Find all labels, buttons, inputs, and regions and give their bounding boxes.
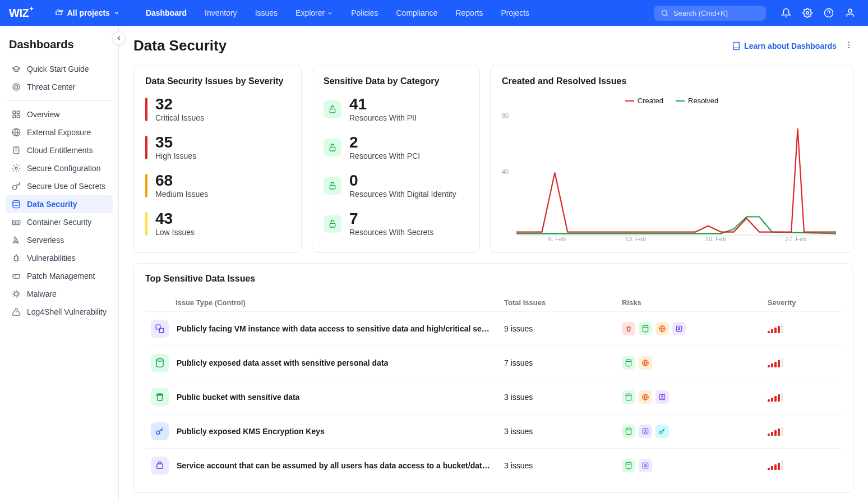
sidebar-item-secure-use-of-secrets[interactable]: Secure Use of Secrets: [6, 177, 113, 195]
severity-row[interactable]: 43Low Issues: [145, 211, 290, 237]
severity-row[interactable]: 68Medium Issues: [145, 173, 290, 199]
help-icon[interactable]: [820, 4, 838, 22]
sidebar-item-data-security[interactable]: Data Security: [6, 195, 113, 213]
severity-bar: [145, 98, 147, 121]
svg-point-44: [678, 328, 680, 329]
issues-table-card: Top Sensitive Data Issues Issue Type (Co…: [133, 263, 853, 493]
category-row[interactable]: 7Resources With Secrets: [324, 211, 468, 237]
card-title: Sensitive Data by Category: [324, 76, 468, 86]
topnav-item-projects[interactable]: Projects: [493, 5, 537, 21]
severity-bars: [768, 358, 836, 367]
category-count: 41: [349, 96, 417, 112]
risk-badge-globe: [655, 322, 669, 335]
data-icon: [11, 199, 21, 209]
topnav-item-reports[interactable]: Reports: [447, 5, 491, 21]
table-row[interactable]: Public bucket with sensitive data3 issue…: [145, 380, 842, 414]
svg-point-17: [13, 200, 20, 202]
topnav-item-inventory[interactable]: Inventory: [197, 5, 245, 21]
sidebar-item-external-exposure[interactable]: External Exposure: [6, 123, 113, 141]
topnav-item-dashboard[interactable]: Dashboard: [138, 5, 195, 21]
settings-icon[interactable]: [798, 4, 816, 22]
main-content: Data Security Learn about Dashboards Dat…: [119, 26, 868, 502]
risk-badge-id: [672, 322, 686, 335]
svg-point-50: [626, 394, 631, 396]
risk-badge-data: [622, 459, 635, 472]
sidebar-item-vulnerabilities[interactable]: Vulnerabilities: [6, 249, 113, 267]
severity-bars: [768, 461, 836, 470]
topnav-item-policies[interactable]: Policies: [343, 5, 386, 21]
sidebar-item-malware[interactable]: Malware: [6, 285, 113, 303]
sidebar-item-serverless[interactable]: Serverless: [6, 231, 113, 249]
svg-rect-33: [330, 147, 335, 151]
y-tick: 80: [502, 112, 509, 119]
svg-point-31: [848, 47, 849, 48]
folders-icon: [55, 8, 64, 17]
risk-badge-data: [622, 356, 635, 370]
grad-icon: [11, 64, 21, 74]
sidebar-item-threat-center[interactable]: Threat Center: [6, 78, 113, 96]
sidebar-item-secure-configuration[interactable]: Secure Configuration: [6, 159, 113, 177]
sidebar-item-quick-start-guide[interactable]: Quick Start Guide: [6, 60, 113, 78]
sidebar-item-overview[interactable]: Overview: [6, 105, 113, 123]
page-header: Data Security Learn about Dashboards: [133, 37, 853, 54]
severity-label: Low Issues: [155, 228, 195, 237]
severity-bar: [145, 136, 147, 159]
learn-link[interactable]: Learn about Dashboards: [732, 42, 837, 50]
line-chart: [516, 113, 836, 236]
project-selector[interactable]: All projects: [48, 5, 127, 21]
search-input[interactable]: Search (Cmd+K): [654, 6, 766, 21]
gear-icon: [11, 163, 21, 173]
risk-badges: [622, 459, 768, 472]
table-row[interactable]: Publicly exposed KMS Encryption Keys3 is…: [145, 414, 842, 448]
sidebar: Dashboards Quick Start GuideThreat Cente…: [0, 26, 119, 502]
patch-icon: [11, 271, 21, 281]
sidebar-title: Dashboards: [9, 38, 109, 51]
category-row[interactable]: 41Resources With PII: [324, 96, 468, 122]
sidebar-item-cloud-entitlements[interactable]: Cloud Entitlements: [6, 141, 113, 159]
issue-total: 3 issues: [504, 461, 622, 470]
issue-total: 3 issues: [504, 393, 622, 402]
issue-type-text: Service account that can be assumed by a…: [177, 461, 491, 470]
issue-type-text: Publicly exposed KMS Encryption Keys: [177, 427, 325, 436]
user-icon[interactable]: [841, 4, 859, 22]
category-label: Resources With Digital Identity: [349, 190, 456, 199]
svg-point-40: [643, 325, 648, 328]
category-label: Resources With Secrets: [349, 228, 433, 237]
sidebar-item-patch-management[interactable]: Patch Management: [6, 267, 113, 285]
table-row[interactable]: Publicly facing VM instance with data ac…: [145, 311, 842, 346]
risk-badges: [622, 356, 768, 370]
category-row[interactable]: 0Resources With Digital Identity: [324, 173, 468, 199]
table-row[interactable]: Service account that can be assumed by a…: [145, 448, 842, 482]
sidebar-item-label: Secure Configuration: [27, 164, 101, 173]
sidebar-collapse-button[interactable]: [112, 31, 126, 45]
sidebar-item-label: Container Security: [27, 218, 91, 227]
svg-rect-24: [13, 274, 20, 278]
sidebar-item-container-security[interactable]: Container Security: [6, 213, 113, 231]
doc-icon: [11, 145, 21, 155]
severity-row[interactable]: 32Critical Issues: [145, 96, 290, 122]
risk-badge-kms: [655, 425, 669, 438]
risk-badge-bug: [622, 322, 635, 335]
topnav-item-explorer[interactable]: Explorer: [288, 5, 341, 21]
svg-point-54: [662, 396, 663, 397]
issue-type-text: Publicly facing VM instance with data ac…: [177, 324, 491, 333]
topnav-item-compliance[interactable]: Compliance: [388, 5, 445, 21]
svg-point-5: [13, 84, 20, 90]
category-count: 7: [349, 211, 433, 227]
sidebar-item-label: External Exposure: [27, 128, 91, 137]
more-menu-button[interactable]: [844, 40, 853, 51]
svg-point-16: [15, 167, 17, 169]
category-row[interactable]: 2Resources With PCI: [324, 135, 468, 160]
lock-icon: [324, 100, 341, 118]
table-row[interactable]: Publicly exposed data asset with sensiti…: [145, 346, 842, 380]
svg-point-1: [806, 12, 809, 15]
sidebar-item-label: Malware: [27, 289, 57, 298]
sidebar-item-log4shell-vulnerability[interactable]: Log4Shell Vulnerability: [6, 303, 113, 321]
topnav-item-issues[interactable]: Issues: [247, 5, 285, 21]
col-header-severity: Severity: [768, 298, 836, 307]
book-icon: [732, 42, 741, 50]
svg-point-55: [156, 431, 160, 434]
notifications-icon[interactable]: [777, 4, 795, 22]
severity-bar: [145, 212, 147, 236]
severity-row[interactable]: 35High Issues: [145, 135, 290, 160]
